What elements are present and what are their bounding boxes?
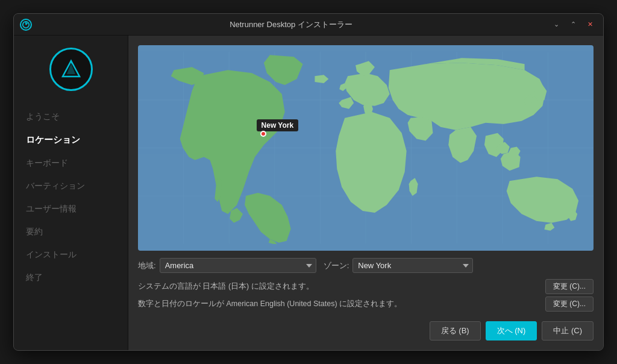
- info-line-1: システムの言語が 日本語 (日本) に設定されます。 変更 (C)...: [138, 279, 594, 294]
- next-button[interactable]: 次へ (N): [486, 321, 537, 340]
- region-label: 地域:: [138, 260, 156, 271]
- controls-row: 地域: America Europe Asia Africa Australia…: [138, 258, 594, 273]
- minimize-button[interactable]: ⌄: [550, 18, 563, 31]
- titlebar-left: [20, 19, 32, 31]
- location-pin: [260, 131, 266, 137]
- info-text-2: 数字と日付のロケールが American English (United Sta…: [138, 299, 545, 309]
- info-text-1: システムの言語が 日本語 (日本) に設定されます。: [138, 281, 545, 292]
- info-line-2: 数字と日付のロケールが American English (United Sta…: [138, 297, 594, 312]
- app-logo: [49, 48, 93, 91]
- titlebar: Netrunner Desktop インストーラー ⌄ ⌃ ✕: [14, 14, 603, 36]
- sidebar: ようこそ ロケーション キーボード バーティション ユーザー情報 要約 インスト…: [14, 36, 128, 350]
- sidebar-item-welcome[interactable]: ようこそ: [14, 105, 128, 128]
- change-button-2[interactable]: 変更 (C)...: [545, 297, 594, 312]
- sidebar-item-partition[interactable]: バーティション: [14, 175, 128, 198]
- titlebar-controls: ⌄ ⌃ ✕: [550, 18, 597, 31]
- content-area: New York 地域: America Europe Asia Africa …: [128, 36, 603, 350]
- zone-label: ゾーン:: [324, 260, 349, 271]
- zone-control: ゾーン: New York Los Angeles Chicago Denver…: [324, 258, 474, 273]
- sidebar-item-location[interactable]: ロケーション: [14, 128, 128, 152]
- back-button[interactable]: 戻る (B): [430, 321, 481, 340]
- change-button-1[interactable]: 変更 (C)...: [545, 279, 594, 294]
- app-icon: [20, 19, 32, 31]
- maximize-button[interactable]: ⌃: [567, 18, 580, 31]
- close-button[interactable]: ✕: [584, 18, 597, 31]
- sidebar-item-install[interactable]: インストール: [14, 243, 128, 266]
- info-area: システムの言語が 日本語 (日本) に設定されます。 変更 (C)... 数字と…: [138, 279, 594, 314]
- sidebar-item-summary[interactable]: 要約: [14, 221, 128, 243]
- sidebar-nav: ようこそ ロケーション キーボード バーティション ユーザー情報 要約 インスト…: [14, 105, 128, 289]
- main-content: ようこそ ロケーション キーボード バーティション ユーザー情報 要約 インスト…: [14, 36, 603, 350]
- sidebar-item-keyboard[interactable]: キーボード: [14, 152, 128, 175]
- window-title: Netrunner Desktop インストーラー: [230, 19, 352, 30]
- region-select[interactable]: America Europe Asia Africa Australia Pac…: [160, 258, 316, 273]
- sidebar-item-finish[interactable]: 終了: [14, 266, 128, 289]
- main-window: Netrunner Desktop インストーラー ⌄ ⌃ ✕ ようこそ ロケー…: [13, 13, 604, 351]
- zone-select[interactable]: New York Los Angeles Chicago Denver Phoe…: [352, 258, 473, 273]
- bottom-nav: 戻る (B) 次へ (N) 中止 (C): [138, 321, 594, 340]
- map-svg[interactable]: [138, 45, 594, 251]
- sidebar-item-userinfo[interactable]: ユーザー情報: [14, 198, 128, 221]
- world-map[interactable]: New York: [138, 45, 594, 251]
- region-control: 地域: America Europe Asia Africa Australia…: [138, 258, 316, 273]
- location-label[interactable]: New York: [257, 119, 299, 131]
- cancel-button[interactable]: 中止 (C): [542, 321, 594, 340]
